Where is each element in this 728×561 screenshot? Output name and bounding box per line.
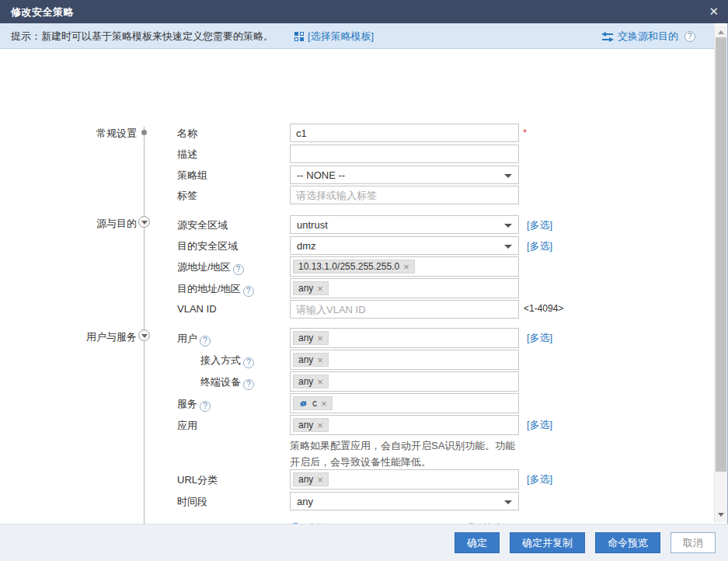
vlan-range-hint: <1-4094> xyxy=(524,303,563,314)
src-zone-label: 源安全区域 xyxy=(177,218,228,232)
name-input[interactable] xyxy=(290,124,519,142)
section-source-dest: 源与目的 xyxy=(31,217,137,231)
dst-zone-label: 目的安全区域 xyxy=(177,239,238,253)
help-icon[interactable]: ? xyxy=(200,336,211,347)
remove-tag-icon[interactable]: × xyxy=(317,333,323,343)
access-mode-label: 接入方式? xyxy=(200,354,254,368)
vlan-input[interactable] xyxy=(290,300,519,319)
url-category-multi-link[interactable]: [多选] xyxy=(527,472,552,486)
scrollbar-thumb[interactable] xyxy=(716,37,726,472)
remove-tag-icon[interactable]: × xyxy=(317,475,323,485)
chevron-down-icon xyxy=(504,245,512,249)
form-scroll-area: 常规设置 源与目的 用户与服务 动作设置 内容安全 名称 * 描述 策略组 --… xyxy=(0,49,715,524)
dst-zone-value: dmz xyxy=(297,240,316,252)
src-zone-select[interactable]: untrust xyxy=(290,215,519,234)
access-mode-tagbox[interactable]: any× xyxy=(290,350,519,370)
chip-text: 10.13.1.0/255.255.255.0 xyxy=(298,261,399,272)
remove-tag-icon[interactable]: × xyxy=(321,399,327,409)
remove-tag-icon[interactable]: × xyxy=(403,262,409,272)
swap-icon xyxy=(601,32,614,42)
application-multi-link[interactable]: [多选] xyxy=(527,418,552,432)
address-chip: any× xyxy=(293,281,329,295)
remove-tag-icon[interactable]: × xyxy=(317,355,323,365)
hint-text: 提示：新建时可以基于策略模板来快速定义您需要的策略。 xyxy=(11,30,273,44)
terminal-device-tagbox[interactable]: any× xyxy=(290,371,519,392)
service-icon xyxy=(298,399,308,409)
tags-label: 标签 xyxy=(177,189,197,203)
dst-address-tagbox[interactable]: any× xyxy=(290,278,519,298)
modify-security-policy-dialog: 修改安全策略 ✕ 提示：新建时可以基于策略模板来快速定义您需要的策略。 [选择策… xyxy=(0,0,728,561)
swap-source-dest-button[interactable]: 交换源和目的 ? xyxy=(601,30,695,44)
help-icon[interactable]: ? xyxy=(200,401,211,412)
policy-group-select[interactable]: -- NONE -- xyxy=(290,166,519,184)
service-label: 服务? xyxy=(177,397,211,412)
user-chip: any× xyxy=(293,331,329,345)
close-icon[interactable]: ✕ xyxy=(709,4,719,19)
device-chip: any× xyxy=(293,375,329,389)
chevron-down-icon xyxy=(504,224,512,228)
user-multi-link[interactable]: [多选] xyxy=(527,331,552,345)
application-label: 应用 xyxy=(177,419,197,433)
select-template-link[interactable]: [选择策略模板] xyxy=(308,30,374,44)
src-address-tagbox[interactable]: 10.13.1.0/255.255.255.0× xyxy=(290,256,519,277)
dst-zone-multi-link[interactable]: [多选] xyxy=(527,239,552,253)
scrollbar[interactable] xyxy=(714,26,727,522)
chip-text: any xyxy=(298,474,313,485)
name-label: 名称 xyxy=(177,127,197,141)
policy-group-label: 策略组 xyxy=(177,169,207,183)
application-note: 策略如果配置应用，会自动开启SA识别功能。功能开启后，会导致设备性能降低。 xyxy=(290,437,520,470)
src-address-label: 源地址/地区? xyxy=(177,260,244,275)
help-icon[interactable]: ? xyxy=(243,379,254,390)
section-rail xyxy=(144,127,145,524)
src-zone-value: untrust xyxy=(297,219,328,231)
service-chip: c × xyxy=(293,396,333,410)
ok-and-copy-button[interactable]: 确定并复制 xyxy=(510,532,585,553)
required-asterisk: * xyxy=(523,127,527,138)
service-tagbox[interactable]: c × xyxy=(290,393,519,413)
remove-tag-icon[interactable]: × xyxy=(317,284,323,294)
scroll-up-arrow-icon[interactable] xyxy=(715,26,727,38)
time-range-label: 时间段 xyxy=(177,495,207,509)
application-chip: any× xyxy=(293,418,329,432)
chevron-down-icon xyxy=(504,174,512,178)
help-icon[interactable]: ? xyxy=(243,357,254,368)
user-tagbox[interactable]: any× xyxy=(290,328,519,348)
description-input[interactable] xyxy=(290,145,519,163)
time-range-value: any xyxy=(297,496,313,507)
terminal-device-label: 终端设备? xyxy=(200,375,254,390)
address-chip: 10.13.1.0/255.255.255.0× xyxy=(293,260,415,274)
time-range-select[interactable]: any xyxy=(290,492,519,510)
cancel-button[interactable]: 取消 xyxy=(671,532,716,553)
section-user-service: 用户与服务 xyxy=(31,330,137,344)
dst-address-label: 目的地址/地区? xyxy=(177,282,254,297)
collapse-toggle-icon[interactable] xyxy=(138,216,150,228)
url-chip: any× xyxy=(293,472,329,486)
dialog-footer: 确定 确定并复制 命令预览 取消 xyxy=(0,524,728,561)
help-icon[interactable]: ? xyxy=(233,264,244,275)
section-general: 常规设置 xyxy=(31,127,137,141)
src-zone-multi-link[interactable]: [多选] xyxy=(527,218,552,232)
access-chip: any× xyxy=(293,353,329,367)
hint-bar: 提示：新建时可以基于策略模板来快速定义您需要的策略。 [选择策略模板] 交换源和… xyxy=(0,23,714,49)
vlan-label: VLAN ID xyxy=(177,303,217,315)
user-label: 用户? xyxy=(177,332,211,347)
dst-zone-select[interactable]: dmz xyxy=(290,236,519,255)
command-preview-button[interactable]: 命令预览 xyxy=(595,532,660,553)
help-icon[interactable]: ? xyxy=(243,286,254,297)
collapse-toggle-icon[interactable] xyxy=(138,329,150,341)
chip-text: any xyxy=(298,354,313,365)
scroll-down-arrow-icon[interactable] xyxy=(715,508,727,521)
remove-tag-icon[interactable]: × xyxy=(317,377,323,387)
chip-text: any xyxy=(298,333,313,343)
ok-button[interactable]: 确定 xyxy=(455,532,500,553)
tags-input[interactable] xyxy=(290,186,519,204)
chip-text: any xyxy=(298,376,313,387)
dialog-title: 修改安全策略 xyxy=(11,5,74,19)
section-dot-icon xyxy=(141,130,147,135)
remove-tag-icon[interactable]: × xyxy=(317,420,323,430)
url-category-tagbox[interactable]: any× xyxy=(290,469,519,490)
help-icon[interactable]: ? xyxy=(684,31,695,42)
template-icon xyxy=(294,31,305,42)
application-tagbox[interactable]: any× xyxy=(290,415,519,435)
description-label: 描述 xyxy=(177,148,197,162)
